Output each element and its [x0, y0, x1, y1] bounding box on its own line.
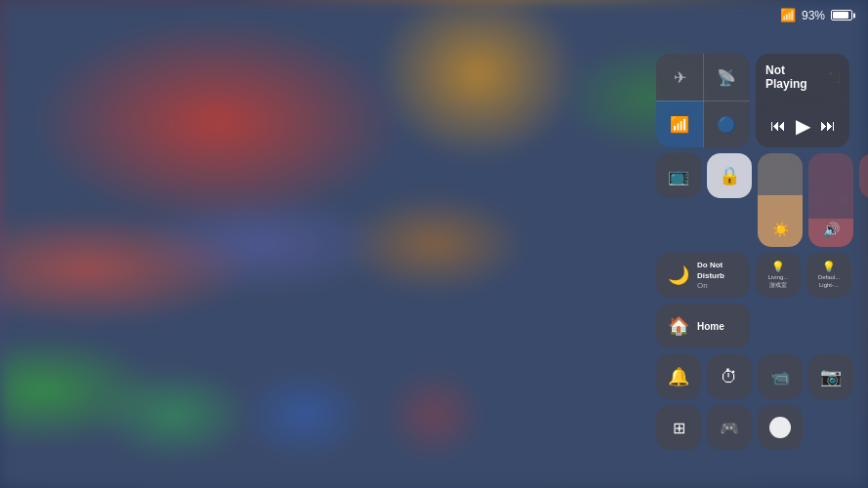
screen-record-icon: 📹 — [770, 368, 790, 386]
dnd-label: Do Not Disturb — [697, 261, 738, 281]
record-button[interactable] — [758, 405, 803, 450]
row-6: ⊞ 🎮 — [656, 405, 856, 450]
do-not-disturb-button[interactable]: 🌙 Do Not Disturb On — [656, 253, 750, 298]
timer-icon: ⏱ — [721, 367, 738, 387]
camera-icon: 📷 — [820, 366, 842, 387]
row-2: 📺 🔒 ☀️ 🔊 tv — [656, 153, 856, 247]
screen-mirror-button[interactable]: 📺 — [656, 153, 701, 198]
bell-button[interactable]: 🔔 — [656, 354, 701, 399]
record-circle-icon — [769, 417, 791, 438]
wifi-status-icon: 📶 — [780, 8, 796, 22]
timer-button[interactable]: ⏱ — [707, 354, 752, 399]
now-playing-title: Not Playing — [765, 63, 828, 91]
scene-living-label: Living...游戏室 — [768, 274, 789, 290]
brightness-icon: ☀️ — [772, 222, 789, 237]
scene-living-button[interactable]: 💡 Living...游戏室 — [756, 253, 801, 298]
airplay-icon: ⬛ — [828, 72, 840, 83]
remote-icon: 🎮 — [720, 419, 739, 437]
battery-icon — [831, 10, 852, 20]
volume-icon: 🔊 — [823, 222, 840, 237]
dnd-sublabel: On — [697, 281, 738, 290]
apple-tv-button[interactable]: tv — [859, 153, 868, 198]
scene-default-label: Defaul...Light-... — [818, 274, 840, 290]
now-playing-top: Not Playing ⬛ — [765, 63, 840, 91]
now-playing-tile[interactable]: Not Playing ⬛ ⏮ ▶ ⏭ — [756, 54, 849, 147]
control-center: ✈ 📡 📶 🔵 Not Playing — [656, 54, 856, 450]
status-bar: 📶 93% — [780, 8, 852, 22]
bluetooth-icon: 🔵 — [717, 115, 736, 134]
play-button[interactable]: ▶ — [796, 114, 810, 138]
volume-slider[interactable]: 🔊 — [808, 153, 853, 247]
connectivity-tile[interactable]: ✈ 📡 📶 🔵 — [656, 54, 750, 147]
row-1: ✈ 📡 📶 🔵 Not Playing — [656, 54, 856, 147]
playback-controls: ⏮ ▶ ⏭ — [765, 114, 840, 138]
dnd-text: Do Not Disturb On — [697, 261, 738, 290]
rotation-lock-icon: 🔒 — [719, 165, 740, 186]
wifi-button[interactable]: 📶 — [656, 101, 703, 147]
home-button[interactable]: 🏠 Home — [656, 304, 750, 348]
bluetooth-button[interactable]: 🔵 — [703, 101, 750, 147]
brightness-slider[interactable]: ☀️ — [758, 153, 803, 247]
scene-default-button[interactable]: 💡 Defaul...Light-... — [806, 253, 851, 298]
prev-button[interactable]: ⏮ — [770, 117, 786, 135]
hotspot-button[interactable]: 📡 — [703, 54, 750, 101]
hotspot-icon: 📡 — [717, 68, 736, 87]
qr-code-button[interactable]: ⊞ — [656, 405, 701, 450]
row-5: 🔔 ⏱ 📹 📷 — [656, 354, 856, 399]
remote-button[interactable]: 🎮 — [707, 405, 752, 450]
row-4: 🏠 Home — [656, 304, 856, 348]
wifi-icon: 📶 — [670, 115, 689, 134]
screen-record-button[interactable]: 📹 — [758, 354, 803, 399]
next-button[interactable]: ⏭ — [820, 117, 836, 135]
scene-default-icon: 💡 — [822, 261, 836, 273]
airplane-mode-button[interactable]: ✈ — [656, 54, 703, 101]
screen-mirror-icon: 📺 — [668, 165, 689, 186]
airplane-icon: ✈ — [674, 68, 686, 87]
camera-button[interactable]: 📷 — [808, 354, 853, 399]
scene-living-icon: 💡 — [771, 261, 785, 273]
battery-percent: 93% — [802, 9, 825, 22]
rotation-lock-button[interactable]: 🔒 — [707, 153, 752, 198]
home-icon: 🏠 — [668, 315, 689, 337]
bell-icon: 🔔 — [668, 366, 689, 387]
row-3: 🌙 Do Not Disturb On 💡 Living...游戏室 💡 Def… — [656, 253, 856, 298]
qr-code-icon: ⊞ — [673, 419, 685, 437]
dnd-icon: 🌙 — [668, 264, 689, 286]
home-label: Home — [697, 321, 724, 332]
